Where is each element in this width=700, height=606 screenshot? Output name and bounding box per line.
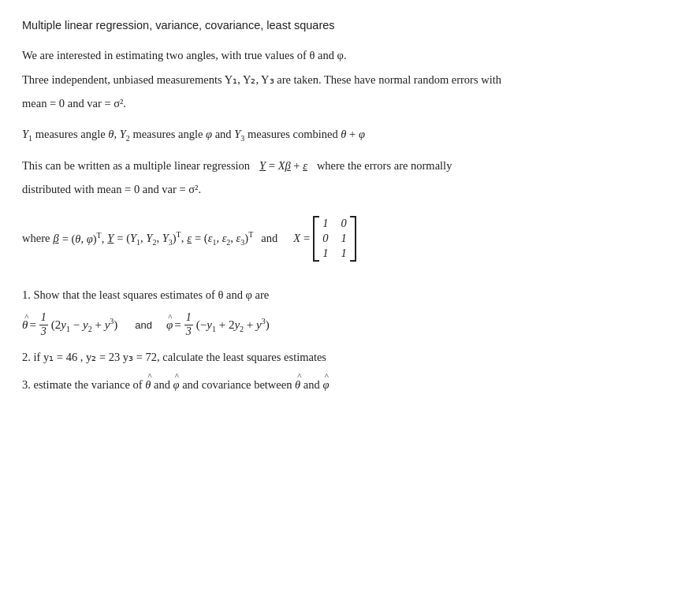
eps-definition: ε <box>187 232 192 245</box>
question-2: 2. if y₁ = 46 , y₂ = 23 y₃ = 72, calcula… <box>22 348 678 367</box>
matrix-cell-21: 1 <box>341 247 347 260</box>
estimates-block: θ^ = 1 3 (2y1 − y2 + y3) and φ^ = 1 3 (−… <box>22 311 678 339</box>
regression-intro-text: This can be written as a multiple linear… <box>22 156 250 176</box>
matrix-cell-20: 1 <box>322 247 328 260</box>
phi-estimate: φ^ = 1 3 (−y1 + 2y2 + y3) <box>166 311 270 339</box>
regression-tail-text: where the errors are normally <box>317 156 452 176</box>
X-matrix-block: X = 1 0 0 1 1 1 <box>293 215 356 262</box>
theta-estimate: θ^ = 1 3 (2y1 − y2 + y3) <box>22 311 117 339</box>
title: Multiple linear regression, variance, co… <box>22 19 678 32</box>
matrix-left-bracket <box>313 216 319 262</box>
theta-fraction: 1 3 <box>39 311 48 339</box>
and-text: and <box>261 232 277 245</box>
and-between-estimates: and <box>135 319 152 331</box>
phi-fraction: 1 3 <box>184 311 193 339</box>
matrix-cell-00: 1 <box>322 217 328 230</box>
distributed-text: distributed with mean = 0 and var = σ². <box>22 180 678 199</box>
matrix-cell-01: 0 <box>341 217 347 230</box>
Y-def-text: = (Y1, Y2, Y3)T, <box>117 230 184 247</box>
question-1: 1. Show that the least squares estimates… <box>22 285 678 305</box>
eps-def-text: = (ε1, ε2, ε3)T <box>195 230 253 247</box>
regression-equation: Y = Xβ + ε <box>259 156 307 176</box>
Y-definition: Y <box>107 232 114 245</box>
matrix-cell-11: 1 <box>341 232 347 245</box>
equals-sign: = <box>303 232 310 245</box>
question-3: 3. estimate the variance of θ^ and φ^ an… <box>22 375 678 395</box>
matrix-right-bracket <box>350 216 356 262</box>
beta-definition: β <box>53 232 58 245</box>
intro-1: We are interested in estimating two angl… <box>22 46 678 65</box>
X-label: X <box>293 232 300 245</box>
where-block: where β = (θ, φ)T, Y = (Y1, Y2, Y3)T, ε … <box>22 215 678 262</box>
intro-2: Three independent, unbiased measurements… <box>22 70 678 90</box>
regression-block: This can be written as a multiple linear… <box>22 156 678 199</box>
where-label: where <box>22 232 50 245</box>
matrix-content: 1 0 0 1 1 1 <box>322 215 347 262</box>
beta-def-text: = (θ, φ)T, <box>62 231 105 246</box>
intro-3: mean = 0 and var = σ². <box>22 94 678 113</box>
measures-line: Y1 measures angle θ, Y2 measures angle φ… <box>22 125 678 145</box>
matrix-cell-10: 0 <box>322 232 328 245</box>
